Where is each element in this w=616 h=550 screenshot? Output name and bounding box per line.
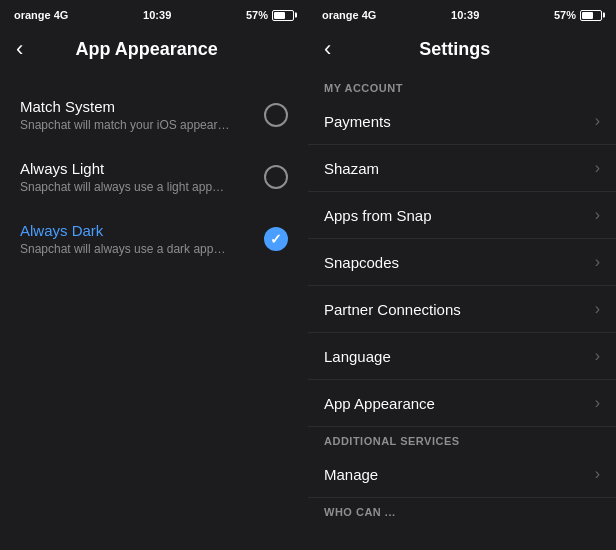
left-panel: orange 4G 10:39 57% ‹ App Appearance Mat… — [0, 0, 308, 550]
settings-item-app-appearance[interactable]: App Appearance › — [308, 380, 616, 427]
option-always-light-text: Always Light Snapchat will always use a … — [20, 160, 264, 194]
right-back-button[interactable]: ‹ — [324, 36, 331, 62]
settings-item-apps-from-snap-label: Apps from Snap — [324, 207, 595, 224]
option-always-dark-subtitle: Snapchat will always use a dark app… — [20, 242, 264, 256]
option-match-system-radio — [264, 103, 288, 127]
section-who-can-header: WHO CAN ... — [308, 498, 616, 522]
option-always-light-title: Always Light — [20, 160, 264, 177]
option-always-light-subtitle: Snapchat will always use a light app… — [20, 180, 264, 194]
option-match-system-title: Match System — [20, 98, 264, 115]
section-additional-services-header: ADDITIONAL SERVICES — [308, 427, 616, 451]
chevron-apps-from-snap-icon: › — [595, 206, 600, 224]
right-carrier: orange 4G — [322, 9, 376, 21]
right-time: 10:39 — [451, 9, 479, 21]
settings-item-language-label: Language — [324, 348, 595, 365]
settings-item-manage-label: Manage — [324, 466, 595, 483]
option-always-light-radio — [264, 165, 288, 189]
option-always-light[interactable]: Always Light Snapchat will always use a … — [0, 146, 308, 208]
left-battery-area: 57% — [246, 9, 294, 21]
chevron-snapcodes-icon: › — [595, 253, 600, 271]
settings-item-apps-from-snap[interactable]: Apps from Snap › — [308, 192, 616, 239]
settings-item-payments[interactable]: Payments › — [308, 98, 616, 145]
option-always-dark-title: Always Dark — [20, 222, 264, 239]
left-battery-fill — [274, 12, 285, 19]
right-status-bar: orange 4G 10:39 57% — [308, 0, 616, 28]
left-battery-pct: 57% — [246, 9, 268, 21]
left-status-bar: orange 4G 10:39 57% — [0, 0, 308, 28]
option-match-system-subtitle: Snapchat will match your iOS appear… — [20, 118, 264, 132]
settings-item-partner-connections-label: Partner Connections — [324, 301, 595, 318]
left-options-list: Match System Snapchat will match your iO… — [0, 74, 308, 550]
option-match-system[interactable]: Match System Snapchat will match your iO… — [0, 84, 308, 146]
right-battery-pct: 57% — [554, 9, 576, 21]
left-header: ‹ App Appearance — [0, 28, 308, 74]
right-page-title: Settings — [341, 39, 568, 60]
left-battery-icon — [272, 10, 294, 21]
settings-item-shazam-label: Shazam — [324, 160, 595, 177]
chevron-payments-icon: › — [595, 112, 600, 130]
left-time: 10:39 — [143, 9, 171, 21]
chevron-app-appearance-icon: › — [595, 394, 600, 412]
option-always-dark-text: Always Dark Snapchat will always use a d… — [20, 222, 264, 256]
right-battery-fill — [582, 12, 593, 19]
chevron-partner-connections-icon: › — [595, 300, 600, 318]
left-page-title: App Appearance — [33, 39, 260, 60]
option-always-dark[interactable]: Always Dark Snapchat will always use a d… — [0, 208, 308, 270]
right-battery-area: 57% — [554, 9, 602, 21]
settings-item-manage[interactable]: Manage › — [308, 451, 616, 498]
right-battery-icon — [580, 10, 602, 21]
settings-item-language[interactable]: Language › — [308, 333, 616, 380]
settings-item-snapcodes[interactable]: Snapcodes › — [308, 239, 616, 286]
settings-item-partner-connections[interactable]: Partner Connections › — [308, 286, 616, 333]
settings-item-payments-label: Payments — [324, 113, 595, 130]
checkmark-icon: ✓ — [270, 231, 282, 247]
option-match-system-text: Match System Snapchat will match your iO… — [20, 98, 264, 132]
chevron-language-icon: › — [595, 347, 600, 365]
right-header: ‹ Settings — [308, 28, 616, 74]
chevron-shazam-icon: › — [595, 159, 600, 177]
option-always-dark-radio: ✓ — [264, 227, 288, 251]
chevron-manage-icon: › — [595, 465, 600, 483]
settings-item-app-appearance-label: App Appearance — [324, 395, 595, 412]
left-carrier: orange 4G — [14, 9, 68, 21]
section-my-account-header: MY ACCOUNT — [308, 74, 616, 98]
right-panel: orange 4G 10:39 57% ‹ Settings MY ACCOUN… — [308, 0, 616, 550]
left-back-button[interactable]: ‹ — [16, 36, 23, 62]
settings-item-snapcodes-label: Snapcodes — [324, 254, 595, 271]
settings-item-shazam[interactable]: Shazam › — [308, 145, 616, 192]
